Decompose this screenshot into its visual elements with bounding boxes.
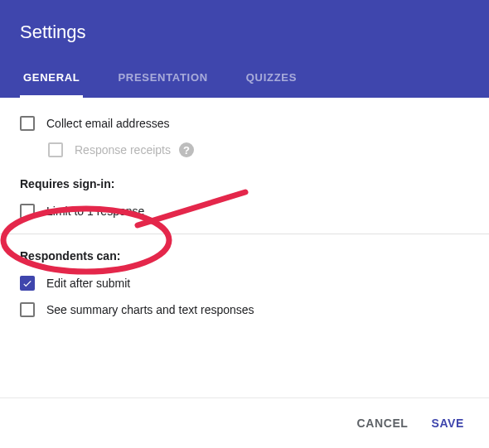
section-requires-signin: Requires sign-in: [20, 177, 469, 190]
checkbox-response-receipts [48, 142, 63, 157]
option-response-receipts: Response receipts ? [48, 142, 469, 157]
label-response-receipts: Response receipts [75, 143, 171, 157]
option-edit-after-submit: Edit after submit [20, 276, 469, 291]
section-respondents-can: Respondents can: [20, 249, 469, 263]
dialog-content: Collect email addresses Response receipt… [0, 98, 489, 317]
dialog-title: Settings [20, 22, 469, 43]
option-limit-one: Limit to 1 response [20, 204, 469, 219]
option-see-summary: See summary charts and text responses [20, 302, 469, 317]
tab-presentation[interactable]: PRESENTATION [114, 61, 211, 98]
checkbox-edit-after-submit[interactable] [20, 276, 35, 291]
cancel-button[interactable]: CANCEL [351, 412, 415, 435]
tab-general[interactable]: GENERAL [20, 61, 83, 98]
divider [0, 234, 489, 234]
save-button[interactable]: SAVE [425, 412, 472, 435]
dialog-header: Settings GENERAL PRESENTATION QUIZZES [0, 0, 489, 98]
label-edit-after-submit: Edit after submit [46, 277, 130, 290]
tabs: GENERAL PRESENTATION QUIZZES [20, 61, 469, 98]
tab-quizzes[interactable]: QUIZZES [243, 61, 300, 98]
help-icon[interactable]: ? [179, 142, 194, 157]
label-collect-email: Collect email addresses [46, 117, 170, 130]
dialog-footer: CANCEL SAVE [0, 397, 489, 448]
option-collect-email: Collect email addresses [20, 116, 469, 131]
label-limit-one: Limit to 1 response [46, 205, 144, 218]
checkbox-see-summary[interactable] [20, 302, 35, 317]
checkbox-limit-one[interactable] [20, 204, 35, 219]
label-see-summary: See summary charts and text responses [46, 303, 254, 316]
checkbox-collect-email[interactable] [20, 116, 35, 131]
